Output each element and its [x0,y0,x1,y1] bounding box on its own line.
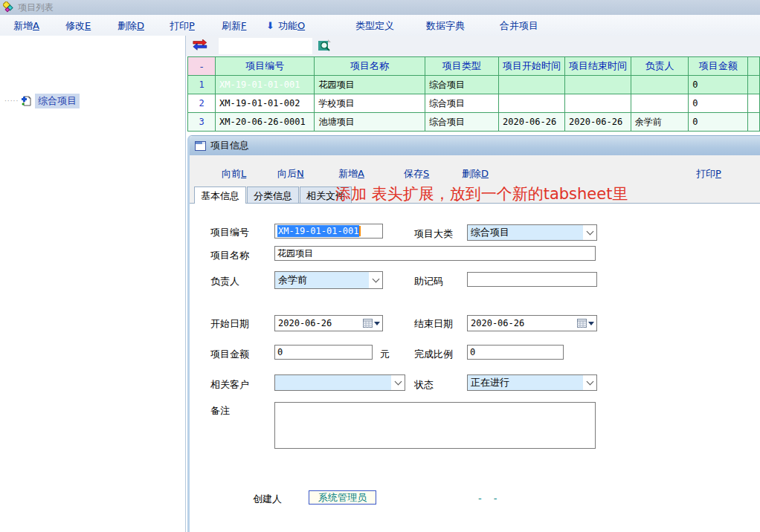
project-type-icon [20,95,32,107]
cell-type[interactable]: 综合项目 [425,113,498,132]
dialog-prev-button[interactable]: 向前L [222,167,246,181]
amount-input[interactable]: 0 [274,345,373,360]
table-row[interactable]: 2 XM-19-01-01-002 学校项目 综合项目 0 [188,94,760,113]
end-date-picker[interactable]: 2020-06-26 [467,315,597,331]
remark-textarea[interactable] [274,402,596,449]
label-amount: 项目金额 [210,348,249,361]
mnemonic-input[interactable] [467,272,597,287]
dialog-delete-button[interactable]: 删除D [462,167,489,181]
window-titlebar: 项目列表 [0,0,760,15]
status-select[interactable]: 正在进行 [467,374,597,391]
col-header-type[interactable]: 项目类型 [425,57,498,76]
window-title: 项目列表 [18,1,54,14]
toolbar-type-define-button[interactable]: 类型定义 [355,19,394,33]
cell-start[interactable]: 2020-06-26 [498,113,564,132]
cell-name[interactable]: 花园项目 [315,76,425,94]
col-header-corner[interactable]: - [188,57,216,76]
col-header-start[interactable]: 项目开始时间 [498,57,564,76]
dialog-save-button[interactable]: 保存S [404,167,429,181]
tab-content-basic-info: 项目编号 XM-19-01-01-001 项目大类 综合项目 项目名称 花园项目… [190,203,760,532]
progress-input[interactable]: 0 [467,345,564,360]
text-caret [359,226,361,236]
calendar-icon[interactable] [577,319,596,328]
tab-basic-info[interactable]: 基本信息 [194,186,246,204]
table-row[interactable]: 3 XM-20-06-26-0001 池塘项目 综合项目 2020-06-26 … [188,113,760,132]
tree-connector: ····· [4,97,19,105]
dialog-print-button[interactable]: 打印P [696,167,721,181]
label-mnemonic: 助记码 [414,275,443,288]
creation-date-placeholder: - - [478,493,502,504]
toolbar-print-button[interactable]: 打印P [170,19,195,33]
search-input[interactable] [219,38,312,54]
project-category-select[interactable]: 综合项目 [467,224,597,241]
cell-owner[interactable] [631,76,688,94]
cell-name[interactable]: 池塘项目 [315,113,425,132]
swap-arrows-icon[interactable] [192,39,210,52]
cell-start[interactable] [498,76,564,94]
dialog-next-button[interactable]: 向后N [277,167,304,181]
cell-end[interactable]: 2020-06-26 [564,113,631,132]
toolbar-function-button[interactable]: ⬇功能O [266,19,305,33]
app-icon [3,1,15,13]
dialog-add-button[interactable]: 新增A [338,167,364,181]
toolbar-delete-button[interactable]: 删除D [117,19,144,33]
down-arrow-icon: ⬇ [266,20,274,31]
search-icon[interactable] [318,39,332,53]
col-header-amount[interactable]: 项目金额 [689,57,748,76]
cell-start[interactable] [498,94,564,113]
cell-amount[interactable]: 0 [689,76,748,94]
label-progress: 完成比例 [414,348,453,361]
col-header-end[interactable]: 项目结束时间 [564,57,631,76]
toolbar-edit-button[interactable]: 修改E [65,19,91,33]
chevron-down-icon[interactable] [369,272,382,288]
label-status: 状态 [414,378,434,392]
dropdown-arrow-icon [374,322,380,325]
cell-code[interactable]: XM-19-01-01-002 [216,94,315,113]
dialog-titlebar[interactable]: 项目信息 [190,136,760,155]
cell-code-selected[interactable]: XM-19-01-01-001 [216,76,315,94]
col-header-code[interactable]: 项目编号 [216,57,315,76]
cell-end[interactable] [564,76,631,94]
toolbar-refresh-button[interactable]: 刷新F [222,19,246,33]
toolbar-merge-project-button[interactable]: 合并项目 [500,19,538,33]
red-annotation-text: 添加 表头扩展，放到一个新的tabsheet里 [335,184,628,204]
cell-type[interactable]: 综合项目 [425,76,498,94]
dropdown-arrow-icon [588,322,594,325]
cell-name[interactable]: 学校项目 [315,94,425,113]
label-remark: 备注 [210,404,230,418]
col-header-owner[interactable]: 负责人 [631,57,688,76]
cell-type[interactable]: 综合项目 [425,94,498,113]
cell-extra [748,76,760,94]
cell-amount[interactable]: 0 [689,94,748,113]
calendar-icon[interactable] [363,319,382,328]
customer-select[interactable] [274,374,405,391]
tab-category-info[interactable]: 分类信息 [247,186,299,203]
panel-separator [185,36,186,532]
cell-code[interactable]: XM-20-06-26-0001 [216,113,315,132]
toolbar-data-dict-button[interactable]: 数据字典 [426,19,465,33]
chevron-down-icon[interactable] [391,375,405,390]
cell-amount[interactable]: 0 [689,113,748,132]
label-project-name: 项目名称 [210,249,249,262]
table-row[interactable]: 1 XM-19-01-01-001 花园项目 综合项目 0 [188,76,760,94]
chevron-down-icon[interactable] [583,225,596,240]
owner-select[interactable]: 余学前 [274,271,383,289]
toolbar-add-button[interactable]: 新增A [13,19,39,33]
col-header-name[interactable]: 项目名称 [315,57,425,76]
label-end-date: 结束日期 [414,317,453,331]
search-row [186,36,760,56]
cell-owner[interactable]: 余学前 [631,113,688,132]
project-tree-panel: ····· 综合项目 [0,36,185,532]
cell-owner[interactable] [631,94,688,113]
cell-extra [748,113,760,132]
start-date-picker[interactable]: 2020-06-26 [274,315,383,331]
dialog-tabs: 基本信息 分类信息 相关文件 [194,186,352,203]
tree-item-project-type[interactable]: ····· 综合项目 [4,94,80,108]
col-header-extra [748,57,760,76]
row-number: 3 [188,113,216,132]
chevron-down-icon[interactable] [583,375,596,390]
project-code-input[interactable]: XM-19-01-01-001 [274,224,383,239]
project-name-input[interactable]: 花园项目 [274,246,596,261]
label-start-date: 开始日期 [210,317,249,331]
cell-end[interactable] [564,94,631,113]
